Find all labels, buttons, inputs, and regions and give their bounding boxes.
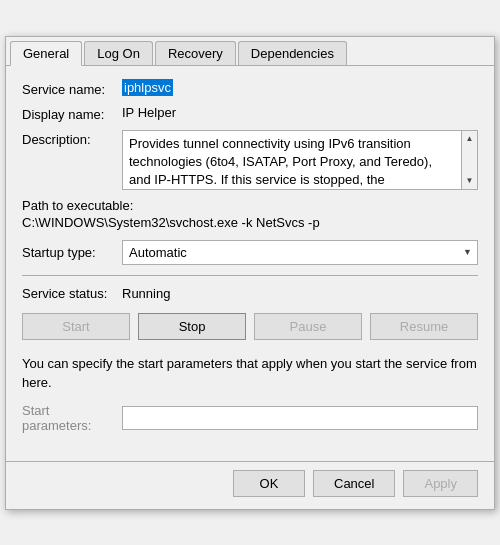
stop-button[interactable]: Stop xyxy=(138,313,246,340)
apply-button[interactable]: Apply xyxy=(403,470,478,497)
service-name-value: iphlpsvc xyxy=(122,80,478,95)
bottom-buttons: OK Cancel Apply xyxy=(6,461,494,509)
tab-general[interactable]: General xyxy=(10,41,82,66)
tab-bar: General Log On Recovery Dependencies xyxy=(6,37,494,66)
display-name-label: Display name: xyxy=(22,105,122,122)
service-name-row: Service name: iphlpsvc xyxy=(22,80,478,97)
resume-button[interactable]: Resume xyxy=(370,313,478,340)
description-label: Description: xyxy=(22,130,122,147)
cancel-button[interactable]: Cancel xyxy=(313,470,395,497)
params-label: Start parameters: xyxy=(22,403,122,433)
description-text: Provides tunnel connectivity using IPv6 … xyxy=(129,135,455,190)
status-label: Service status: xyxy=(22,286,122,301)
hint-text: You can specify the start parameters tha… xyxy=(22,354,478,393)
divider-1 xyxy=(22,275,478,276)
startup-type-select[interactable]: Automatic Automatic (Delayed Start) Manu… xyxy=(122,240,478,265)
service-name-highlighted: iphlpsvc xyxy=(122,79,173,96)
description-box[interactable]: Provides tunnel connectivity using IPv6 … xyxy=(122,130,478,190)
display-name-row: Display name: IP Helper xyxy=(22,105,478,122)
service-properties-dialog: General Log On Recovery Dependencies Ser… xyxy=(5,36,495,510)
status-row: Service status: Running xyxy=(22,286,478,301)
path-section: Path to executable: C:\WINDOWS\System32\… xyxy=(22,198,478,230)
path-label: Path to executable: xyxy=(22,198,478,213)
status-value: Running xyxy=(122,286,170,301)
scroll-up-arrow[interactable]: ▲ xyxy=(462,131,478,147)
ok-button[interactable]: OK xyxy=(233,470,305,497)
start-button[interactable]: Start xyxy=(22,313,130,340)
params-row: Start parameters: xyxy=(22,403,478,433)
tab-logon[interactable]: Log On xyxy=(84,41,153,65)
startup-type-row: Startup type: Automatic Automatic (Delay… xyxy=(22,240,478,265)
general-tab-content: Service name: iphlpsvc Display name: IP … xyxy=(6,66,494,461)
startup-type-select-wrapper: Automatic Automatic (Delayed Start) Manu… xyxy=(122,240,478,265)
service-name-label: Service name: xyxy=(22,80,122,97)
description-scrollbar[interactable]: ▲ ▼ xyxy=(461,131,477,189)
tab-recovery[interactable]: Recovery xyxy=(155,41,236,65)
display-name-value: IP Helper xyxy=(122,105,478,120)
startup-type-label: Startup type: xyxy=(22,245,122,260)
scroll-down-arrow[interactable]: ▼ xyxy=(462,173,478,189)
tab-dependencies[interactable]: Dependencies xyxy=(238,41,347,65)
description-row: Description: Provides tunnel connectivit… xyxy=(22,130,478,190)
path-value: C:\WINDOWS\System32\svchost.exe -k NetSv… xyxy=(22,215,478,230)
params-input[interactable] xyxy=(122,406,478,430)
control-button-row: Start Stop Pause Resume xyxy=(22,313,478,340)
pause-button[interactable]: Pause xyxy=(254,313,362,340)
